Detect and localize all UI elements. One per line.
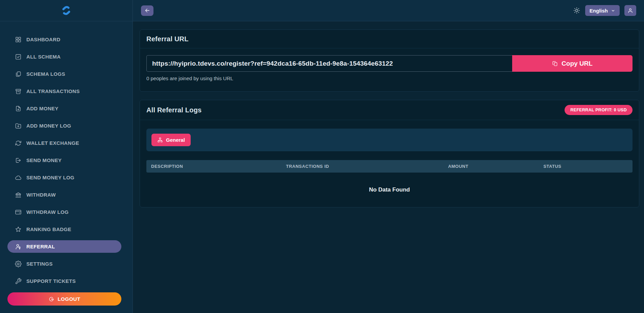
user-icon [627, 8, 633, 14]
referral-url-card-body: Copy URL 0 peoples are joined by using t… [140, 48, 639, 91]
sidebar-item-label: REFERRAL [26, 244, 55, 249]
arrow-left-icon [144, 7, 150, 14]
app-root: DASHBOARDALL SCHEMASCHEMA LOGSALL TRANSA… [0, 0, 644, 313]
user-key-icon [15, 243, 22, 250]
sidebar-item-add-money[interactable]: ADD MONEY [7, 102, 121, 115]
cloud-icon [15, 174, 22, 181]
sidebar-item-label: WALLET EXCHANGE [26, 140, 79, 146]
sidebar-item-label: ADD MONEY [26, 106, 58, 111]
file-plus-icon [15, 105, 22, 112]
sidebar-item-label: SCHEMA LOGS [26, 71, 65, 77]
logout-label: LOGOUT [57, 296, 80, 302]
chevron-down-icon [611, 8, 615, 13]
general-filter-label: General [166, 137, 185, 143]
folder-plus-icon [15, 122, 22, 129]
sidebar-item-all-transactions[interactable]: ALL TRANSACTIONS [7, 85, 121, 97]
empty-message: No Data Found [369, 186, 410, 193]
sidebar-item-add-money-log[interactable]: ADD MONEY LOG [7, 119, 121, 132]
table-empty-row: No Data Found [146, 173, 633, 207]
logout-icon [48, 296, 54, 302]
sidebar-item-label: ALL SCHEMA [26, 54, 61, 60]
star-icon [15, 226, 22, 233]
referral-logs-card-body: General DESCRIPTIONTRANSACTIONS IDAMOUNT… [140, 120, 639, 207]
column-header-transactions-id: TRANSACTIONS ID [286, 164, 448, 169]
sidebar-item-label: SUPPORT TICKETS [26, 278, 76, 284]
topbar-right: English [573, 5, 636, 16]
referral-url-card: Referral URL Copy URL 0 peoples are join… [140, 29, 639, 92]
brand-logo-icon[interactable] [59, 4, 73, 17]
sidebar-item-label: SEND MONEY LOG [26, 175, 74, 180]
logout-wrap: LOGOUT [0, 288, 133, 313]
sidebar-item-label: SETTINGS [26, 261, 53, 267]
referral-url-group: Copy URL [146, 55, 633, 72]
sidebar: DASHBOARDALL SCHEMASCHEMA LOGSALL TRANSA… [0, 0, 133, 313]
sidebar-item-label: ADD MONEY LOG [26, 123, 71, 129]
general-filter-button[interactable]: General [151, 134, 191, 146]
sidebar-item-send-money[interactable]: SEND MONEY [7, 154, 121, 166]
back-button[interactable] [141, 5, 153, 16]
sidebar-item-send-money-log[interactable]: SEND MONEY LOG [7, 171, 121, 184]
sidebar-item-all-schema[interactable]: ALL SCHEMA [7, 50, 121, 63]
logout-button[interactable]: LOGOUT [7, 292, 121, 306]
archive-box-icon [15, 88, 22, 95]
send-out-icon [15, 157, 22, 164]
language-dropdown[interactable]: English [585, 5, 620, 16]
copy-url-button[interactable]: Copy URL [512, 55, 633, 72]
sidebar-item-wallet-exchange[interactable]: WALLET EXCHANGE [7, 137, 121, 149]
sidebar-item-ranking-badge[interactable]: RANKING BADGE [7, 223, 121, 236]
column-header-description: DESCRIPTION [151, 164, 286, 169]
column-header-amount: AMOUNT [448, 164, 543, 169]
dashboard-grid-icon [15, 36, 22, 43]
sidebar-item-withdraw[interactable]: WITHDRAW [7, 188, 121, 201]
gear-icon [15, 261, 22, 267]
sidebar-item-withdraw-log[interactable]: WITHDRAW LOG [7, 206, 121, 218]
bank-icon [15, 192, 22, 198]
sidebar-item-referral[interactable]: REFERRAL [7, 240, 121, 253]
copy-url-label: Copy URL [562, 60, 593, 67]
main-column: English Referral URL C [133, 0, 644, 313]
sidebar-item-settings[interactable]: SETTINGS [7, 258, 121, 270]
referral-url-input[interactable] [146, 55, 512, 72]
topbar: English [133, 0, 644, 21]
table-header-row: DESCRIPTIONTRANSACTIONS IDAMOUNTSTATUS [146, 160, 633, 173]
sidebar-nav: DASHBOARDALL SCHEMASCHEMA LOGSALL TRANSA… [0, 21, 133, 288]
referral-logs-card: All Referral Logs REFERRAL PROFIT: 0 USD… [140, 100, 639, 207]
referral-url-card-header: Referral URL [140, 30, 639, 48]
sidebar-item-dashboard[interactable]: DASHBOARD [7, 33, 121, 46]
language-label: English [590, 8, 608, 14]
sidebar-item-label: SEND MONEY [26, 157, 62, 163]
copy-icon [552, 61, 558, 67]
referral-url-note: 0 peoples are joined by using this URL [146, 75, 633, 81]
sidebar-item-label: DASHBOARD [26, 37, 61, 42]
copy-pages-icon [15, 71, 22, 77]
sidebar-item-label: RANKING BADGE [26, 226, 71, 232]
theme-toggle-button[interactable] [573, 7, 580, 14]
credit-card-icon [15, 209, 22, 216]
wrench-icon [15, 278, 22, 285]
sun-icon [573, 7, 580, 14]
sidebar-item-label: ALL TRANSACTIONS [26, 88, 80, 94]
referral-logs-card-header: All Referral Logs REFERRAL PROFIT: 0 USD [140, 100, 639, 120]
sitemap-icon [157, 137, 163, 143]
user-menu-button[interactable] [624, 5, 636, 16]
filter-panel: General [146, 129, 633, 151]
logo-bar [0, 0, 133, 21]
sidebar-item-label: WITHDRAW [26, 192, 56, 198]
exchange-arrows-icon [15, 140, 22, 147]
referral-logs-title: All Referral Logs [146, 106, 201, 114]
referral-profit-badge: REFERRAL PROFIT: 0 USD [565, 105, 633, 115]
sidebar-item-support-tickets[interactable]: SUPPORT TICKETS [7, 275, 121, 287]
sidebar-item-schema-logs[interactable]: SCHEMA LOGS [7, 68, 121, 80]
referral-url-title: Referral URL [146, 35, 189, 43]
column-header-status: STATUS [543, 164, 628, 169]
check-square-icon [15, 53, 22, 60]
sidebar-item-label: WITHDRAW LOG [26, 209, 69, 215]
page-content: Referral URL Copy URL 0 peoples are join… [133, 21, 644, 313]
